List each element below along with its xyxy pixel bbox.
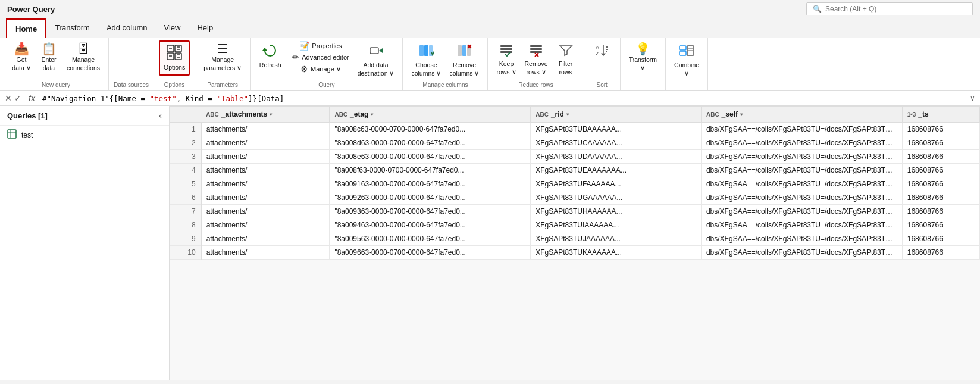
filter-rows-button[interactable]: Filterrows	[553, 40, 579, 79]
ribbon-group-query: Refresh 📝 Properties ✏ Advanced editor ⚙…	[251, 38, 403, 90]
sidebar-collapse-button[interactable]: ‹	[159, 111, 162, 120]
table-row: 9 attachments/ "8a009563-0000-0700-0000-…	[170, 232, 980, 246]
svg-rect-23	[500, 51, 512, 53]
sidebar: Queries [1] ‹ test	[0, 106, 170, 380]
table-row: 2 attachments/ "8a008d63-0000-0700-0000-…	[170, 136, 980, 150]
ribbon-group-new-query: 📥 Getdata ∨ 📋 Enterdata 🗄 Manageconnecti…	[4, 38, 109, 90]
col-filter-rid[interactable]: ▾	[566, 112, 569, 117]
remove-rows-button[interactable]: Removerows ∨	[521, 40, 552, 79]
svg-rect-3	[175, 53, 181, 60]
svg-rect-24	[530, 45, 542, 47]
sort-az-icon: A Z	[595, 43, 609, 59]
ribbon-group-combine: Combine∨	[666, 38, 708, 90]
cell-self: dbs/XFgSAA==/colls/XFgSAPt83TU=/docs/XFg…	[701, 150, 902, 164]
col-filter-self[interactable]: ▾	[740, 112, 743, 117]
options-button[interactable]: Options	[159, 40, 190, 76]
new-query-label: New query	[42, 82, 70, 88]
keep-rows-button[interactable]: Keeprows ∨	[493, 40, 519, 79]
cell-self: dbs/XFgSAA==/colls/XFgSAPt83TU=/docs/XFg…	[701, 246, 902, 260]
cell-ts: 168608766	[902, 205, 979, 218]
cell-ts: 168608766	[902, 136, 979, 150]
search-box[interactable]: 🔍	[806, 2, 973, 15]
choose-columns-icon	[418, 43, 434, 60]
svg-rect-22	[500, 48, 512, 50]
tab-add-column[interactable]: Add column	[98, 18, 156, 38]
svg-rect-14	[424, 45, 428, 56]
combine-button[interactable]: Combine∨	[671, 40, 703, 80]
svg-marker-12	[379, 48, 383, 53]
transform-button[interactable]: 💡 Transform∨	[625, 40, 660, 74]
formula-bar: ✕ ✓ fx #"Navigation 1"{[Name = "test", K…	[0, 91, 980, 106]
svg-rect-16	[458, 45, 462, 56]
title-bar: Power Query 🔍	[0, 0, 980, 18]
keep-rows-icon	[499, 43, 514, 59]
col-filter-etag[interactable]: ▾	[371, 112, 373, 117]
formula-check-icon[interactable]: ✓	[14, 93, 21, 103]
col-filter-attachments[interactable]: ▾	[270, 112, 272, 117]
grid-table: ABC _attachments ▾ ABC _etag ▾	[170, 106, 980, 260]
add-data-destination-button[interactable]: Add datadestination ∨	[354, 40, 398, 80]
cell-etag: "8a009463-0000-0700-0000-647fa7ed0...	[330, 218, 531, 232]
data-grid[interactable]: ABC _attachments ▾ ABC _etag ▾	[170, 106, 980, 380]
cell-rid: XFgSAPt83TUJAAAAAA...	[531, 232, 702, 246]
remove-columns-icon	[456, 43, 472, 60]
get-data-button[interactable]: 📥 Getdata ∨	[8, 40, 35, 74]
cell-ts: 168608766	[902, 164, 979, 177]
get-data-icon: 📥	[14, 43, 29, 55]
manage-parameters-button[interactable]: ☰ Manageparameters ∨	[200, 40, 245, 74]
advanced-editor-button[interactable]: ✏ Advanced editor	[289, 52, 353, 63]
svg-rect-21	[500, 45, 512, 47]
cell-self: dbs/XFgSAA==/colls/XFgSAPt83TU=/docs/XFg…	[701, 218, 902, 232]
tab-home[interactable]: Home	[6, 18, 46, 38]
tab-help[interactable]: Help	[189, 18, 221, 38]
enter-data-button[interactable]: 📋 Enterdata	[36, 40, 62, 74]
col-header-attachments: ABC _attachments ▾	[201, 107, 330, 123]
svg-text:A: A	[596, 45, 599, 51]
ribbon-group-data-sources: Data sources	[109, 38, 154, 90]
tab-transform[interactable]: Transform	[46, 18, 98, 38]
ribbon-group-reduce-rows: Keeprows ∨ Removerows ∨	[488, 38, 584, 90]
choose-columns-button[interactable]: Choosecolumns ∨	[408, 40, 444, 80]
formula-x-icon[interactable]: ✕	[5, 93, 12, 103]
sort-label: Sort	[596, 82, 607, 88]
svg-rect-35	[680, 46, 686, 50]
table-row: 7 attachments/ "8a009363-0000-0700-0000-…	[170, 205, 980, 218]
search-input[interactable]	[825, 5, 966, 13]
add-data-destination-icon	[368, 43, 384, 60]
formula-expand-icon[interactable]: ∨	[970, 94, 975, 102]
grid-header-row: ABC _attachments ▾ ABC _etag ▾	[170, 107, 980, 123]
sort-az-button[interactable]: A Z	[589, 40, 615, 63]
row-number: 2	[170, 136, 201, 150]
properties-button[interactable]: 📝 Properties	[289, 40, 353, 51]
table-row: 3 attachments/ "8a008e63-0000-0700-0000-…	[170, 150, 980, 164]
manage-parameters-icon: ☰	[217, 43, 228, 55]
main-content: Queries [1] ‹ test ABC	[0, 106, 980, 380]
cell-etag: "8a008e63-0000-0700-0000-647fa7ed0...	[330, 150, 531, 164]
manage-button[interactable]: ⚙ Manage ∨	[289, 64, 353, 74]
properties-icon: 📝	[299, 42, 309, 50]
row-number: 9	[170, 232, 201, 246]
col-header-etag: ABC _etag ▾	[330, 107, 531, 123]
tab-view[interactable]: View	[156, 18, 189, 38]
ribbon-group-transform: 💡 Transform∨	[621, 38, 666, 90]
col-header-self: ABC _self ▾	[701, 107, 902, 123]
cell-attachments: attachments/	[201, 177, 330, 191]
enter-data-icon: 📋	[42, 43, 57, 55]
cell-attachments: attachments/	[201, 218, 330, 232]
row-number: 10	[170, 246, 201, 260]
data-sources-label: Data sources	[114, 82, 149, 88]
manage-connections-button[interactable]: 🗄 Manageconnections	[63, 40, 104, 74]
remove-columns-button[interactable]: Removecolumns ∨	[446, 40, 483, 80]
cell-self: dbs/XFgSAA==/colls/XFgSAPt83TU=/docs/XFg…	[701, 177, 902, 191]
options-icon	[166, 44, 183, 63]
col-header-rownum	[170, 107, 201, 123]
cell-ts: 168608766	[902, 232, 979, 246]
cell-ts: 168608766	[902, 191, 979, 205]
refresh-button[interactable]: Refresh	[255, 40, 285, 72]
cell-attachments: attachments/	[201, 164, 330, 177]
options-label: Options	[164, 82, 184, 88]
table-row: 10 attachments/ "8a009663-0000-0700-0000…	[170, 246, 980, 260]
cell-rid: XFgSAPt83TUBAAAAAA...	[531, 123, 702, 136]
cell-rid: XFgSAPt83TUDAAAAAA...	[531, 150, 702, 164]
query-item-test[interactable]: test	[0, 126, 169, 144]
